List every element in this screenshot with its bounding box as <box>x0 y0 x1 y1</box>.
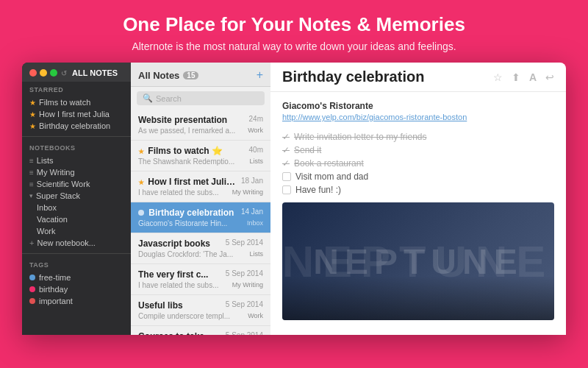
notebook-icon: ≡ <box>29 169 34 177</box>
chevron-down-icon: ▾ <box>29 192 33 199</box>
maximize-button[interactable] <box>50 69 57 77</box>
hero-section: One Place for Your Notes & Memories Alte… <box>0 0 588 63</box>
note-preview-text: Giacomo's Ristorante Hin... <box>138 219 227 227</box>
note-title: Website presentation <box>138 115 246 125</box>
hero-subtitle: Alternote is the most natural way to wri… <box>29 40 559 52</box>
note-preview-text: I have related the subs... <box>138 188 219 197</box>
toolbar-icons: ☆ ⬆ A ↩ <box>493 71 554 83</box>
sync-icon: ↺ <box>61 69 67 77</box>
sidebar-tag-freetime[interactable]: free-time <box>29 272 123 283</box>
share-toolbar-icon[interactable]: ⬆ <box>512 71 520 83</box>
note-title: The very first c... <box>138 269 223 280</box>
checklist-text: Visit mom and dad <box>295 171 368 182</box>
tag-dot-birthday <box>29 286 35 292</box>
note-link[interactable]: http://www.yelp.com/biz/giacomos-ristora… <box>282 113 554 121</box>
notes-count-badge: 15 <box>183 71 198 79</box>
checklist-text: Write invitation letter to my friends <box>294 132 427 142</box>
note-item-films[interactable]: ★ Films to watch ⭐ 40m The Shawshank Red… <box>131 141 270 171</box>
note-tag: My Writing <box>232 281 263 289</box>
sidebar-item-inbox[interactable]: Inbox <box>37 202 123 213</box>
note-item-first[interactable]: The very first c... 5 Sep 2014 I have re… <box>131 264 270 295</box>
sidebar-item-scientific[interactable]: ≡ Scientific Work <box>29 178 123 190</box>
sidebar-item-julia[interactable]: ★ How I first met Julia <box>29 108 123 120</box>
checklist-item-3: Visit mom and dad <box>282 170 554 183</box>
note-item-courses[interactable]: Courses to take 5 Sep 2014 Udacity Intro… <box>131 326 270 335</box>
checkmark-icon: ✓ <box>282 145 290 155</box>
notebooks-section-title: NOTEBOOKS <box>29 144 123 152</box>
sidebar-item-birthday[interactable]: ★ Birthday celebration <box>29 120 123 132</box>
star-toolbar-icon[interactable]: ☆ <box>493 71 503 83</box>
reply-toolbar-icon[interactable]: ↩ <box>545 71 554 83</box>
tag-label: important <box>39 297 73 305</box>
note-time: 14 Jan <box>241 208 263 218</box>
starred-section: STARRED ★ Films to watch ★ How I first m… <box>22 82 131 133</box>
sidebar-item-label: Vacation <box>37 215 68 224</box>
note-preview-text: The Shawshank Redemptio... <box>138 158 234 166</box>
note-main-title: Birthday celebration <box>282 68 424 85</box>
sidebar-item-new-notebook[interactable]: + New notebook... <box>29 237 123 249</box>
note-time: 5 Sep 2014 <box>226 238 263 249</box>
sidebar-item-films[interactable]: ★ Films to watch <box>29 96 123 108</box>
sidebar-item-vacation[interactable]: Vacation <box>37 213 123 225</box>
search-bar[interactable]: 🔍 Search <box>137 91 265 105</box>
note-detail: Birthday celebration ☆ ⬆ A ↩ Giacomo's R… <box>270 63 566 335</box>
checklist-item-2: ✓ Book a restaurant <box>282 157 554 170</box>
add-note-button[interactable]: + <box>257 68 263 82</box>
note-source: Giacomo's Ristorante <box>282 101 554 111</box>
plus-icon: + <box>29 238 34 247</box>
checkbox-empty-icon[interactable] <box>282 172 291 181</box>
sidebar: ↺ ALL NOTES STARRED ★ Films to watch ★ H… <box>22 63 131 335</box>
note-time: 5 Sep 2014 <box>226 269 263 280</box>
search-placeholder: Search <box>156 94 182 103</box>
starred-section-title: STARRED <box>29 86 123 93</box>
note-item-useful[interactable]: Useful libs 5 Sep 2014 Compile underscor… <box>131 295 270 326</box>
notes-list: All Notes 15 + 🔍 Search Website presenta… <box>131 63 270 335</box>
notebook-icon: ≡ <box>29 180 34 188</box>
sidebar-item-superstack[interactable]: ▾ Super Stack <box>29 190 123 202</box>
sidebar-item-work[interactable]: Work <box>37 225 123 237</box>
note-item-julia[interactable]: ★ How I first met Julia ⭐ 18 Jan I have … <box>131 171 270 202</box>
checklist-item-4: Have fun! :) <box>282 183 554 197</box>
note-time: 40m <box>249 146 263 156</box>
sidebar-tag-important[interactable]: important <box>29 295 123 307</box>
star-icon: ★ <box>138 179 144 186</box>
font-toolbar-icon[interactable]: A <box>529 71 537 83</box>
note-tag: Inbox <box>247 219 263 227</box>
search-icon: 🔍 <box>143 93 153 103</box>
note-title: Courses to take <box>138 331 223 335</box>
sidebar-tag-birthday[interactable]: birthday <box>29 283 123 295</box>
star-icon: ★ <box>29 122 36 130</box>
note-preview-text: Compile underscore templ... <box>138 312 230 320</box>
sidebar-item-label: Super Stack <box>36 191 80 200</box>
note-tag: Work <box>248 127 263 135</box>
note-title: Birthday celebration <box>138 208 238 218</box>
checklist-item-1: ✓ Send it <box>282 144 554 157</box>
note-time: 18 Jan <box>241 177 263 187</box>
note-item-website[interactable]: Website presentation 24m As we passed, I… <box>131 110 270 141</box>
sidebar-item-label: Films to watch <box>39 98 90 107</box>
sidebar-item-label: Scientific Work <box>37 180 90 188</box>
sidebar-item-label: How I first met Julia <box>39 110 110 118</box>
all-notes-label[interactable]: ALL NOTES <box>72 68 118 77</box>
note-preview-text: I have related the subs... <box>138 281 219 289</box>
sidebar-item-lists[interactable]: ≡ Lists <box>29 155 123 166</box>
sidebar-item-label: My Writing <box>37 168 75 177</box>
note-item-birthday[interactable]: Birthday celebration 14 Jan Giacomo's Ri… <box>131 202 270 233</box>
note-item-javascript[interactable]: Javascript books 5 Sep 2014 Douglas Croc… <box>131 233 270 264</box>
checklist-text: Send it <box>294 145 321 155</box>
notebooks-section: NOTEBOOKS ≡ Lists ≡ My Writing ≡ Scienti… <box>22 140 131 250</box>
note-time: 24m <box>249 115 263 125</box>
note-preview-text: Douglas Crockford: 'The Ja... <box>138 250 233 258</box>
sidebar-item-label: Lists <box>37 156 54 165</box>
note-tag: Work <box>248 312 263 320</box>
checklist-text: Book a restaurant <box>294 158 364 169</box>
notes-title-text: All Notes <box>138 70 179 81</box>
sidebar-item-mywriting[interactable]: ≡ My Writing <box>29 166 123 178</box>
close-button[interactable] <box>29 69 37 77</box>
traffic-lights <box>29 69 57 77</box>
checklist-text: Have fun! :) <box>295 185 341 195</box>
checkbox-empty-icon[interactable] <box>282 185 291 194</box>
minimize-button[interactable] <box>40 69 47 77</box>
app-window: ↺ ALL NOTES STARRED ★ Films to watch ★ H… <box>22 63 566 335</box>
note-title: Useful libs <box>138 300 223 311</box>
